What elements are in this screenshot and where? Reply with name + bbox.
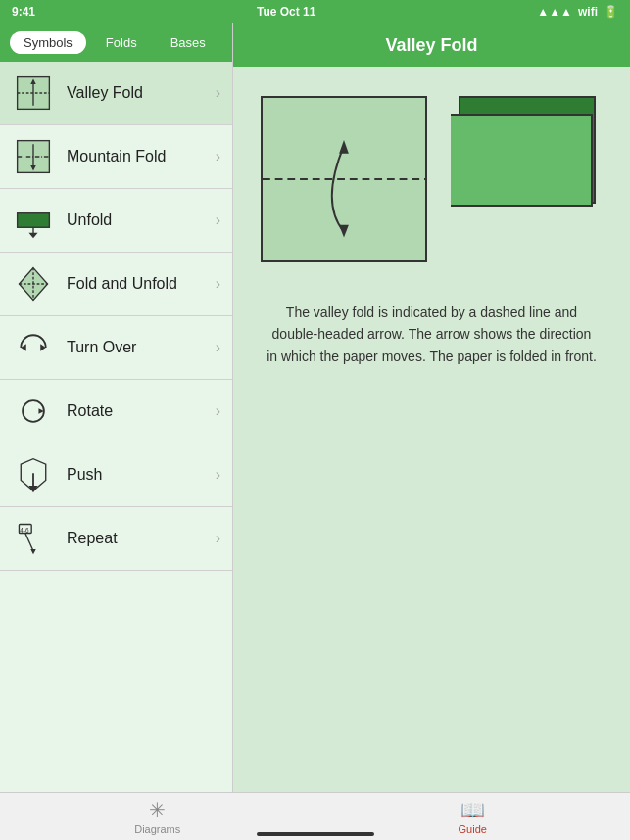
svg-line-21 <box>25 534 33 551</box>
list-item-rotate[interactable]: Rotate › <box>0 380 232 443</box>
diagrams-label: Diagrams <box>134 823 180 835</box>
push-label: Push <box>67 466 216 484</box>
svg-marker-25 <box>339 225 349 238</box>
main-content: The valley fold is indicated by a dashed… <box>233 23 630 792</box>
tab-folds[interactable]: Folds <box>92 31 151 54</box>
unfold-chevron: › <box>216 211 220 229</box>
svg-marker-10 <box>28 233 37 238</box>
mountain-fold-icon <box>12 135 55 178</box>
status-bar: 9:41 Tue Oct 11 ▲▲▲ wifi 🔋 <box>0 0 630 23</box>
push-icon <box>12 453 55 496</box>
turn-over-chevron: › <box>216 339 220 356</box>
sidebar-list: Valley Fold › Mountain Fold › <box>0 62 232 792</box>
repeat-icon: 4-6 <box>12 517 55 560</box>
top-tab-bar: Symbols Folds Bases <box>0 23 232 62</box>
list-item-fold-and-unfold[interactable]: Fold and Unfold › <box>0 253 232 316</box>
status-icons: ▲▲▲ wifi 🔋 <box>537 5 618 19</box>
diagrams-area <box>253 86 610 262</box>
list-item-mountain-fold[interactable]: Mountain Fold › <box>0 125 232 189</box>
bottom-tab-guide[interactable]: 📖 Guide <box>315 798 631 835</box>
guide-label: Guide <box>459 823 487 835</box>
tab-bases[interactable]: Bases <box>157 31 219 54</box>
valley-fold-chevron: › <box>216 84 220 102</box>
fold-and-unfold-label: Fold and Unfold <box>67 275 216 293</box>
svg-marker-22 <box>30 549 35 554</box>
valley-fold-label: Valley Fold <box>67 84 216 102</box>
mountain-fold-label: Mountain Fold <box>67 148 216 165</box>
status-time: 9:41 <box>12 5 35 19</box>
valley-fold-icon <box>12 71 55 115</box>
diagrams-icon: ✳ <box>149 798 166 821</box>
rotate-icon <box>12 390 55 433</box>
list-item-unfold[interactable]: Unfold › <box>0 189 232 253</box>
description-text: The valley fold is indicated by a dashed… <box>256 302 608 367</box>
home-indicator <box>257 832 374 836</box>
fold-and-unfold-icon <box>12 262 55 305</box>
mountain-fold-chevron: › <box>216 148 220 165</box>
content-title: Valley Fold <box>385 35 477 56</box>
list-item-valley-fold[interactable]: Valley Fold › <box>0 62 232 125</box>
svg-text:4-6: 4-6 <box>20 527 29 534</box>
content-header: Valley Fold <box>233 23 630 67</box>
list-item-repeat[interactable]: 4-6 Repeat › <box>0 507 232 571</box>
fold-and-unfold-chevron: › <box>216 275 220 293</box>
guide-icon: 📖 <box>460 798 485 821</box>
valley-fold-svg <box>263 98 425 260</box>
main-layout: Symbols Folds Bases Valley Fold › <box>0 23 630 792</box>
repeat-label: Repeat <box>67 530 216 547</box>
unfold-icon <box>12 199 55 242</box>
valley-fold-diagram-left <box>261 96 427 262</box>
list-item-push[interactable]: Push › <box>0 443 232 507</box>
svg-marker-24 <box>339 140 349 154</box>
unfold-label: Unfold <box>67 211 216 229</box>
repeat-chevron: › <box>216 530 220 547</box>
tab-symbols[interactable]: Symbols <box>10 31 86 54</box>
bottom-tab-diagrams[interactable]: ✳ Diagrams <box>0 798 315 835</box>
svg-marker-18 <box>28 486 37 492</box>
signal-icon: ▲▲▲ <box>537 5 572 19</box>
turn-over-icon <box>12 326 55 369</box>
status-day: Tue Oct 11 <box>257 5 315 19</box>
battery-icon: 🔋 <box>604 5 618 19</box>
push-chevron: › <box>216 466 220 484</box>
paper-front <box>451 114 593 207</box>
valley-fold-diagram-right <box>451 96 603 223</box>
rotate-label: Rotate <box>67 402 216 420</box>
list-item-turn-over[interactable]: Turn Over › <box>0 316 232 380</box>
turn-over-label: Turn Over <box>67 339 216 356</box>
svg-rect-8 <box>18 213 50 228</box>
wifi-icon: wifi <box>578 5 598 19</box>
sidebar: Symbols Folds Bases Valley Fold › <box>0 23 233 792</box>
rotate-chevron: › <box>216 402 220 420</box>
